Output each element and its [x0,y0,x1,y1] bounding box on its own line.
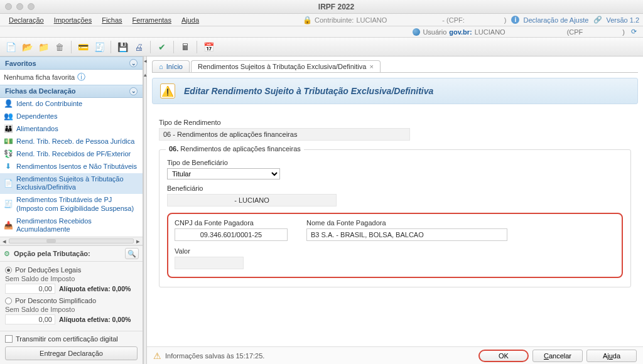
new-declaration-icon[interactable]: 📄 [4,40,18,54]
ficha-item-4[interactable]: 💱Rend. Trib. Recebidos de PF/Exterior [0,148,143,161]
favoritos-header[interactable]: Favoritos ⌄ [0,56,143,70]
ficha-item-8[interactable]: 📥Rendimentos Recebidos Acumuladamente [0,215,143,237]
search-button[interactable]: 🔍 [125,248,139,259]
aliquota-1: Alíquota efetiva: 0,00% [59,285,131,292]
tab-close-icon[interactable]: × [369,63,373,70]
radio-simplificado[interactable]: Por Desconto Simplificado [5,297,138,304]
menu-importacoes[interactable]: Importações [49,15,97,25]
valor-deducoes: 0,00 [5,284,55,294]
opt-simplificado-label: Por Desconto Simplificado [15,297,96,304]
scroll-right-icon[interactable]: ▸ [134,237,143,245]
menu-ajuda[interactable]: Ajuda [176,15,204,25]
checkbox-icon[interactable] [5,335,13,343]
beneficiario-value: - LUCIANO [167,194,337,206]
ajuda-button[interactable]: Ajuda [586,350,637,362]
ficha-item-1[interactable]: 👥Dependentes [0,110,143,123]
menu-declaracao[interactable]: Declaração [4,15,49,25]
entregar-button[interactable]: Entregar Declaração [5,346,138,360]
content-area: ⌂ Início Rendimentos Sujeitos à Tributaç… [147,56,643,364]
ficha-icon: ⬇ [4,163,13,171]
fichas-list: 👤Ident. do Contribuinte👥Dependentes👪Alim… [0,98,143,237]
refresh-icon[interactable]: ⟳ [631,28,637,36]
receipt-icon[interactable]: 🧾 [92,40,106,54]
page-warn-icon: ⚠️ [160,83,175,99]
info-icon[interactable]: ⓘ [77,72,85,83]
opcao-tributacao-label: Opção pela Tributação: [14,250,121,257]
ficha-label: Ident. do Contribuinte [16,100,139,109]
ficha-icon: 🧾 [4,200,13,209]
horizontal-scrollbar[interactable]: ◂ ▸ [0,237,143,245]
card-icon[interactable]: 💳 [76,40,90,54]
radio-selected-icon[interactable] [5,267,12,274]
menu-ferramentas[interactable]: Ferramentas [127,15,176,25]
validate-icon[interactable]: ✔ [155,40,169,54]
info-icon[interactable]: i [511,16,519,24]
favoritos-title: Favoritos [5,60,36,67]
window-controls [5,3,35,10]
ficha-label: Alimentandos [16,125,139,134]
sem-saldo-label-2: Sem Saldo de Imposto [5,306,138,313]
open-folder-alt-icon[interactable]: 📁 [36,40,50,54]
tab-current-label: Rendimentos Sujeitos à Tributação Exclus… [198,63,366,70]
usuario-label: Usuário [423,28,446,36]
scrollbar-thumb[interactable] [46,239,56,243]
calculator-icon[interactable]: 🖩 [178,40,192,54]
zoom-window-icon[interactable] [28,3,35,10]
tab-current[interactable]: Rendimentos Sujeitos à Tributação Exclus… [191,60,381,72]
opt-deducoes-label: Por Deduções Legais [15,266,81,274]
ficha-icon: 💵 [4,137,13,146]
splitter-up-icon[interactable]: ▴ [144,72,147,78]
scroll-left-icon[interactable]: ◂ [0,237,9,245]
ficha-item-7[interactable]: 🧾Rendimentos Tributáveis de PJ (Imposto … [0,194,143,215]
ok-button[interactable]: OK [478,350,529,362]
tipo-rendimento-value: 06 - Rendimentos de aplicações financeir… [159,128,410,141]
contribuinte-label: Contribuinte: [315,16,354,24]
nome-fonte-input[interactable] [306,228,507,241]
portal-label: gov.br: [449,28,472,36]
rendimento-group: 06. 06. Rendimentos de aplicações financ… [159,149,631,287]
ficha-item-5[interactable]: ⬇Rendimentos Isentos e Não Tributáveis [0,161,143,173]
ficha-label: Dependentes [16,112,139,121]
fichas-header[interactable]: Fichas da Declaração ⌄ [0,85,143,98]
home-icon: ⌂ [159,63,163,70]
sem-saldo-label-1: Sem Saldo de Imposto [5,275,138,282]
no-favorites-label: Nenhuma ficha favorita [4,73,75,81]
transmitir-row[interactable]: Transmitir com certificação digital [0,331,143,345]
ficha-label: Rendimentos Isentos e Não Tributáveis [16,163,139,171]
highlighted-fields: CNPJ da Fonte Pagadora Nome da Fonte Pag… [167,213,623,278]
close-window-icon[interactable] [5,3,12,10]
tab-inicio[interactable]: ⌂ Início [152,60,190,72]
print-icon[interactable]: 🖨 [132,40,146,54]
collapse-favoritos-icon[interactable]: ⌄ [129,59,138,67]
menu-fichas[interactable]: Fichas [97,15,127,25]
ficha-item-0[interactable]: 👤Ident. do Contribuinte [0,98,143,110]
collapse-fichas-icon[interactable]: ⌄ [129,87,138,95]
window-titlebar: IRPF 2022 [0,0,643,14]
save-icon[interactable]: 💾 [116,40,129,54]
valor-input[interactable] [175,257,244,269]
page-title-bar: ⚠️ Editar Rendimento Sujeito à Tributaçã… [152,78,638,104]
aliquota-2: Alíquota efetiva: 0,00% [59,316,131,323]
delete-icon[interactable]: 🗑 [53,40,67,54]
scrollbar-track[interactable] [9,238,134,244]
cnpj-input[interactable] [175,228,288,241]
ficha-item-2[interactable]: 👪Alimentandos [0,123,143,136]
ficha-item-3[interactable]: 💵Rend. Trib. Receb. de Pessoa Jurídica [0,136,143,148]
toolbar: 📄 📂 📁 🗑 💳 🧾 💾 🖨 ✔ 🖩 📅 [0,38,643,56]
nome-fonte-label: Nome da Fonte Pagadora [306,219,507,227]
valor-simplificado: 0,00 [5,314,55,324]
splitter-left-icon[interactable]: ◂ [144,58,147,64]
minimize-window-icon[interactable] [16,3,23,10]
radio-deducoes[interactable]: Por Deduções Legais [5,266,138,274]
radio-unselected-icon[interactable] [5,297,12,304]
cancelar-button[interactable]: Cancelar [532,350,583,362]
calendar-icon[interactable]: 📅 [202,40,215,54]
status-bar: ⚠ Informações salvas às 15:17:25. OK Can… [147,346,643,364]
open-folder-icon[interactable]: 📂 [20,40,34,54]
ficha-label: Rendimentos Recebidos Acumuladamente [16,217,139,235]
tipo-beneficiario-select[interactable]: Titular [167,168,280,179]
user-bar: Usuário gov.br: LUCIANO (CPF ) ⟳ [0,26,643,38]
ficha-item-6[interactable]: 📄Rendimentos Sujeitos à Tributação Exclu… [0,173,143,195]
ficha-icon: 📄 [4,179,13,188]
tab-inicio-label: Início [166,63,183,70]
